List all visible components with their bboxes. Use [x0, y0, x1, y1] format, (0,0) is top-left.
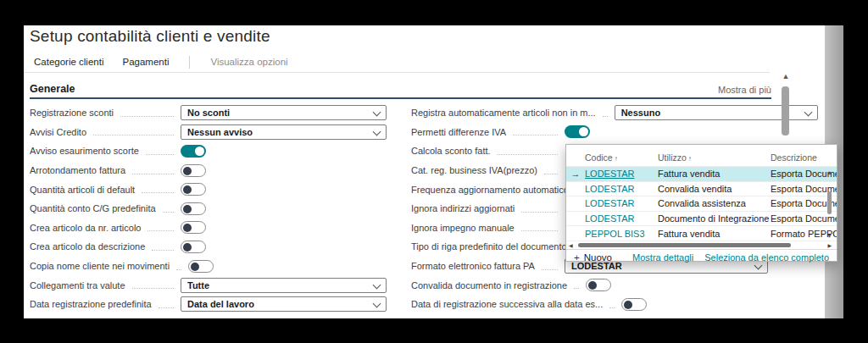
page-title: Setup contabilità clienti e vendite	[30, 27, 270, 46]
lookup-footer: +Nuovo Mostra dettagli Seleziona da elen…	[566, 249, 837, 265]
toggle-permetti-differenze-iva[interactable]	[565, 125, 590, 138]
column-header-utilizzo[interactable]: Utilizzo↑	[658, 152, 771, 163]
menu-visualizza-opzioni[interactable]: Visualizza opzioni	[210, 57, 287, 67]
sort-asc-icon: ↑	[615, 155, 618, 163]
section-generale-header: Generale Mostra di più	[30, 77, 771, 99]
lookup-dropdown-panel: Codice↑ Utilizzo↑ Descrizione → LODESTAR…	[565, 144, 837, 262]
field-quantita-articoli-default: Quantità articoli di default	[30, 180, 387, 199]
page-scrollbar-up-icon[interactable]: ▲	[781, 72, 791, 82]
section-title: Generale	[30, 83, 75, 95]
field-crea-articolo-nr: Crea articolo da nr. articolo	[30, 219, 387, 238]
lookup-cell-codice[interactable]: LODESTAR	[585, 213, 658, 224]
scroll-left-icon[interactable]: ◀	[569, 242, 573, 248]
page-scrollbar-thumb[interactable]	[782, 86, 789, 136]
lookup-vertical-scrollbar: ▲ ▼	[824, 168, 835, 241]
select-avvisi-credito[interactable]: Nessun avviso	[181, 124, 387, 140]
lookup-hscroll-thumb[interactable]	[578, 243, 791, 247]
lookup-row[interactable]: → LODESTAR Fattura vendita Esporta Docum…	[566, 166, 837, 181]
menu-pagamenti[interactable]: Pagamenti	[122, 57, 169, 67]
toggle-quantita-articoli-default[interactable]	[181, 183, 206, 196]
lookup-cell-utilizzo[interactable]: Convalida vendita	[658, 184, 771, 194]
lookup-cell-codice[interactable]: LODESTAR	[585, 184, 658, 194]
select-from-full-list-link[interactable]: Seleziona da elenco completo	[704, 252, 829, 263]
field-registra-automaticamente: Registra automaticamente articoli non in…	[411, 103, 768, 123]
lookup-row[interactable]: LODESTAR Convalida vendita Esporta Docum…	[566, 181, 837, 196]
lookup-cell-utilizzo[interactable]: Fattura vendita	[658, 169, 771, 179]
chevron-down-icon	[804, 109, 811, 116]
field-avviso-esaurimento-scorte: Avviso esaurimento scorte	[30, 141, 387, 161]
lookup-row[interactable]: LODESTAR Convalida assistenza Esporta Do…	[566, 196, 837, 211]
select-collegamenti-valute[interactable]: Tutte	[181, 278, 387, 293]
fields-column-left: Registrazione sconti No sconti Avvisi Cr…	[30, 103, 387, 314]
chevron-down-icon	[373, 129, 380, 136]
scroll-up-icon[interactable]: ▲	[824, 169, 835, 175]
column-header-codice[interactable]: Codice↑	[585, 152, 658, 163]
toggle-convalida-documento[interactable]	[586, 279, 611, 291]
toggle-crea-articolo-descrizione[interactable]	[181, 241, 206, 253]
toggle-crea-articolo-nr[interactable]	[181, 221, 206, 234]
field-registrazione-sconti: Registrazione sconti No sconti	[30, 103, 387, 123]
lookup-vscroll-thumb[interactable]	[827, 191, 832, 214]
column-header-descrizione[interactable]: Descrizione	[771, 152, 837, 163]
new-button[interactable]: +Nuovo	[574, 252, 612, 263]
menu-categorie-clienti[interactable]: Categorie clienti	[34, 57, 103, 67]
menu-separator	[189, 56, 190, 69]
chevron-down-icon	[373, 282, 380, 289]
select-registrazione-sconti[interactable]: No sconti	[181, 105, 387, 120]
lookup-cell-utilizzo[interactable]: Documento di Integrazione	[658, 213, 771, 224]
field-convalida-documento: Convalida documento in registrazione	[411, 275, 768, 295]
field-data-registrazione-predefinita: Data registrazione predefinita Data del …	[30, 295, 387, 314]
show-more-link[interactable]: Mostra di più	[718, 85, 771, 95]
lookup-cell-codice[interactable]: PEPPOL BIS3	[585, 229, 658, 239]
chevron-down-icon	[373, 301, 380, 307]
action-menubar: Categorie clienti Pagamenti Visualizza o…	[24, 52, 770, 73]
scroll-right-icon[interactable]: ▶	[827, 242, 832, 248]
sort-asc-icon: ↑	[688, 155, 692, 163]
lookup-horizontal-scrollbar: ◀ ▶	[566, 241, 837, 249]
field-quantita-conto-cg: Quantità conto C/G predefinita	[30, 199, 387, 219]
toggle-copia-nome-cliente[interactable]	[188, 260, 214, 273]
field-avvisi-credito: Avvisi Credito Nessun avviso	[30, 123, 387, 142]
lookup-cell-utilizzo[interactable]: Convalida assistenza	[658, 198, 771, 208]
chevron-down-icon	[373, 109, 380, 116]
toggle-quantita-conto-cg[interactable]	[181, 202, 206, 215]
select-data-registrazione-predefinita[interactable]: Data del lavoro	[181, 296, 387, 312]
field-arrotondamento-fattura: Arrotondamento fattura	[30, 161, 387, 180]
field-collegamenti-valute: Collegamenti tra valute Tutte	[30, 275, 387, 295]
selected-row-arrow-icon: →	[566, 169, 585, 179]
toggle-avviso-esaurimento-scorte[interactable]	[181, 145, 206, 158]
lookup-header-row: Codice↑ Utilizzo↑ Descrizione	[566, 145, 837, 166]
lookup-row[interactable]: PEPPOL BIS3 Fattura vendita Formato PEPP…	[566, 225, 837, 241]
lookup-cell-utilizzo[interactable]: Fattura vendita	[658, 229, 771, 239]
field-permetti-differenze-iva: Permetti differenze IVA	[411, 123, 768, 142]
field-copia-nome-cliente: Copia nome cliente nei movimenti	[30, 257, 387, 276]
scroll-down-icon[interactable]: ▼	[824, 233, 835, 239]
toggle-data-registrazione-successiva[interactable]	[621, 298, 647, 311]
show-details-link[interactable]: Mostra dettagli	[632, 252, 693, 263]
lookup-cell-codice[interactable]: LODESTAR	[585, 198, 658, 208]
field-crea-articolo-descrizione: Crea articolo da descrizione	[30, 237, 387, 257]
lookup-cell-codice[interactable]: LODESTAR	[585, 169, 658, 179]
toggle-arrotondamento-fattura[interactable]	[181, 164, 206, 177]
plus-icon: +	[574, 252, 580, 263]
field-data-registrazione-successiva: Data di registrazione successiva alla da…	[411, 295, 768, 314]
lookup-row[interactable]: LODESTAR Documento di Integrazione Espor…	[566, 211, 837, 226]
